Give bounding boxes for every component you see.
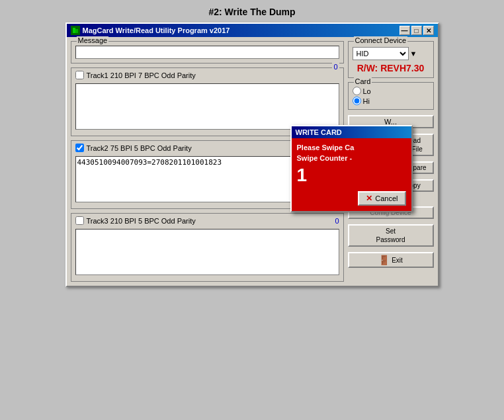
track2-label: Track2 75 BPI 5 BPC Odd Parity <box>87 144 192 152</box>
message-input[interactable] <box>75 46 339 59</box>
modal-counter: 1 <box>297 165 406 186</box>
set-password-row: SetPassword <box>348 224 434 247</box>
exit-button[interactable]: 🚪 Exit <box>348 252 434 268</box>
card-lo-radio[interactable] <box>353 87 361 95</box>
titlebar-left: MagCard Write/Read Utility Program v2017 <box>71 26 230 35</box>
exit-label: Exit <box>392 257 403 264</box>
card-hi-radio[interactable] <box>353 97 361 105</box>
track3-box: Track3 210 BPI 5 BPC Odd Parity 0 <box>71 213 344 282</box>
connect-device-box: Connect Device HID ▼ R/W: REVH7.30 <box>348 41 434 78</box>
modal-titlebar: WRITE CARD <box>292 126 411 138</box>
card-hi-row: Hi <box>353 97 429 105</box>
card-format-box: Card Lo Hi <box>348 82 434 110</box>
exit-button-content: 🚪 Exit <box>353 255 429 265</box>
device-select-row: HID ▼ <box>353 47 429 60</box>
card-format-label: Card <box>354 77 372 85</box>
svg-rect-1 <box>73 28 75 33</box>
maximize-button[interactable]: □ <box>411 26 422 35</box>
svg-rect-2 <box>75 29 78 33</box>
card-hi-label: Hi <box>363 97 370 105</box>
track3-count: 0 <box>335 217 339 225</box>
rw-label: R/W: REVH7.30 <box>353 63 429 73</box>
minimize-button[interactable]: — <box>399 26 410 35</box>
message-group: Message <box>71 41 344 63</box>
track2-checkbox[interactable] <box>75 144 84 152</box>
cancel-label: Cancel <box>375 194 398 202</box>
page-title: #2: Write The Dump <box>208 7 295 17</box>
card-lo-row: Lo <box>353 87 429 95</box>
titlebar-controls: — □ ✕ <box>399 26 434 35</box>
track1-count: 0 <box>332 63 339 71</box>
close-button[interactable]: ✕ <box>423 26 434 35</box>
app-icon <box>71 26 80 35</box>
device-select[interactable]: HID <box>353 47 409 60</box>
dropdown-arrow-icon: ▼ <box>410 50 417 58</box>
connect-device-label: Connect Device <box>354 36 408 44</box>
track3-label: Track3 210 BPI 5 BPC Odd Parity <box>87 217 196 225</box>
write-card-modal: WRITE CARD Please Swipe Ca Swipe Counter… <box>290 125 413 212</box>
card-lo-label: Lo <box>363 87 371 95</box>
exit-icon: 🚪 <box>378 255 390 265</box>
modal-buttons: ✕ Cancel <box>297 191 406 206</box>
track1-checkbox[interactable] <box>75 71 84 79</box>
modal-message-line1: Please Swipe Ca <box>297 144 406 151</box>
track3-textarea[interactable] <box>75 229 339 275</box>
window-titlebar: MagCard Write/Read Utility Program v2017… <box>67 24 438 37</box>
modal-cancel-button[interactable]: ✕ Cancel <box>358 191 405 206</box>
message-label: Message <box>77 36 109 44</box>
exit-row: 🚪 Exit <box>348 252 434 268</box>
track1-label: Track1 210 BPI 7 BPC Odd Parity <box>87 71 196 79</box>
track3-checkbox[interactable] <box>75 216 84 225</box>
set-password-button[interactable]: SetPassword <box>348 224 434 247</box>
modal-title: WRITE CARD <box>296 128 342 136</box>
modal-body: Please Swipe Ca Swipe Counter - 1 ✕ Canc… <box>292 138 411 211</box>
window-title: MagCard Write/Read Utility Program v2017 <box>83 26 230 34</box>
track1-textarea[interactable] <box>75 83 339 130</box>
modal-message-line2: Swipe Counter - <box>297 154 406 162</box>
cancel-x-icon: ✕ <box>366 194 372 203</box>
